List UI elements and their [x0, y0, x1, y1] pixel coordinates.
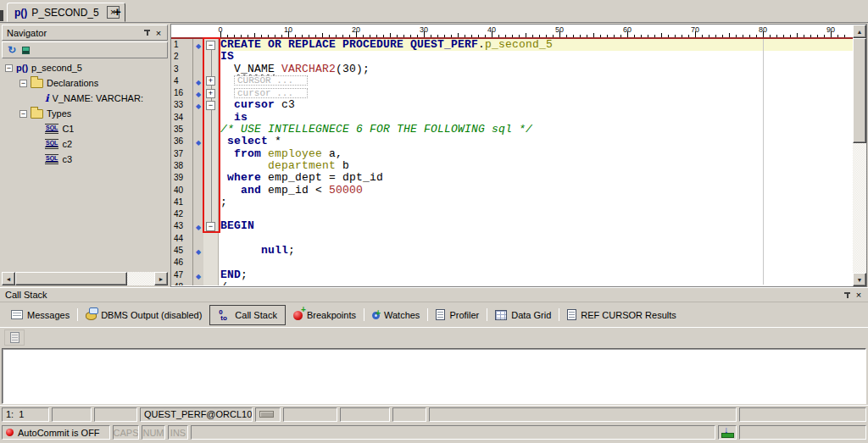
- tree-expander-icon[interactable]: −: [5, 64, 13, 72]
- fold-cell[interactable]: −: [203, 220, 219, 232]
- code-text[interactable]: [219, 257, 853, 269]
- tree-item-v-name-varchar[interactable]: iV_NAME: VARCHAR:: [2, 91, 168, 106]
- save-icon[interactable]: [721, 427, 732, 438]
- refresh-icon[interactable]: ↻: [8, 45, 16, 55]
- fold-cell[interactable]: [203, 269, 219, 281]
- gutter-marker-cell[interactable]: ◆: [193, 87, 203, 99]
- gutter-marker-cell[interactable]: ◆: [193, 269, 203, 281]
- fold-toggle-icon[interactable]: −: [206, 222, 215, 231]
- tab-call-stack[interactable]: Call Stack: [209, 305, 286, 325]
- fold-cell[interactable]: +: [203, 87, 219, 99]
- code-text[interactable]: select *: [219, 136, 853, 147]
- executable-marker-icon[interactable]: ◆: [196, 42, 201, 50]
- tree-expander-icon[interactable]: −: [19, 80, 27, 87]
- fold-cell[interactable]: [203, 233, 219, 245]
- navigator-horizontal-scrollbar[interactable]: ◄►: [2, 272, 168, 285]
- code-text[interactable]: department b: [219, 160, 853, 172]
- gutter-marker-cell[interactable]: ◆: [193, 136, 203, 147]
- gutter-marker-cell[interactable]: [193, 197, 203, 208]
- executable-marker-icon[interactable]: ◆: [196, 273, 201, 280]
- scroll-down-arrow-icon[interactable]: ▼: [853, 273, 866, 286]
- code-text[interactable]: from employee a,: [219, 148, 853, 160]
- fold-toggle-icon[interactable]: +: [206, 76, 215, 86]
- code-text[interactable]: IS: [219, 51, 853, 63]
- executable-marker-icon[interactable]: ◆: [196, 139, 201, 147]
- gutter-marker-cell[interactable]: ◆: [193, 75, 203, 87]
- executable-marker-icon[interactable]: ◆: [196, 102, 201, 110]
- code-text[interactable]: [219, 208, 853, 220]
- stop-icon[interactable]: [22, 47, 30, 54]
- gutter-marker-cell[interactable]: [193, 257, 203, 269]
- code-text[interactable]: /: [219, 281, 853, 285]
- tab-data-grid[interactable]: Data Grid: [489, 307, 557, 323]
- gutter-marker-cell[interactable]: [193, 124, 203, 136]
- fold-cell[interactable]: [203, 281, 219, 285]
- fold-cell[interactable]: −: [203, 99, 219, 111]
- code-text[interactable]: is: [219, 112, 853, 124]
- scroll-right-arrow-icon[interactable]: ►: [154, 272, 168, 285]
- document-tab-p-second-5[interactable]: p() P_SECOND_5 ×: [7, 3, 125, 22]
- gutter-marker-cell[interactable]: [193, 148, 203, 160]
- gutter-marker-cell[interactable]: ◆: [193, 245, 203, 257]
- gutter-marker-cell[interactable]: [193, 185, 203, 197]
- gutter-marker-cell[interactable]: ◆: [193, 220, 203, 232]
- fold-toggle-icon[interactable]: −: [206, 41, 215, 50]
- fold-cell[interactable]: +: [203, 75, 219, 87]
- tree-expander-icon[interactable]: −: [19, 110, 27, 118]
- pin-button[interactable]: [141, 27, 153, 38]
- code-text[interactable]: null;: [219, 245, 853, 257]
- editor-vertical-scrollbar[interactable]: ▲▼: [853, 25, 866, 286]
- code-text[interactable]: /* USE INTELLEGNECE 6 FOR THE FOLLOWING …: [219, 124, 853, 136]
- code-text[interactable]: BEGIN: [219, 220, 853, 232]
- tab-messages[interactable]: Messages: [5, 307, 75, 323]
- gutter-marker-cell[interactable]: ◆: [193, 39, 203, 51]
- executable-marker-icon[interactable]: ◆: [196, 248, 201, 256]
- collapsed-region[interactable]: cursor ...: [234, 88, 308, 98]
- code-text[interactable]: where emp_dept = dpt_id: [219, 172, 853, 184]
- code-text[interactable]: cursor ...: [219, 87, 853, 99]
- navigator-close-button[interactable]: ×: [153, 27, 164, 38]
- tree-item-c3[interactable]: SQLc3: [2, 152, 168, 167]
- new-tab-button[interactable]: +: [114, 4, 121, 19]
- gutter-marker-cell[interactable]: [193, 112, 203, 124]
- gutter-marker-cell[interactable]: [193, 281, 203, 285]
- tree-item-c2[interactable]: SQLc2: [2, 136, 168, 152]
- gutter-marker-cell[interactable]: [193, 51, 203, 63]
- tree-item-types[interactable]: −Types: [2, 106, 168, 121]
- gutter-marker-cell[interactable]: [193, 64, 203, 75]
- code-text[interactable]: V_NAME VARCHAR2(30);: [219, 64, 853, 75]
- tab-ref-cursor-results[interactable]: REF CURSOR Results: [561, 307, 682, 323]
- executable-marker-icon[interactable]: ◆: [196, 91, 201, 98]
- executable-marker-icon[interactable]: ◆: [196, 224, 201, 231]
- fold-toggle-icon[interactable]: −: [206, 101, 215, 110]
- fold-cell[interactable]: [203, 257, 219, 269]
- tab-watches[interactable]: Watches: [366, 307, 426, 323]
- call-stack-content[interactable]: [2, 348, 866, 404]
- code-text[interactable]: [219, 233, 853, 245]
- fold-cell[interactable]: [203, 245, 219, 257]
- scroll-left-arrow-icon[interactable]: ◄: [2, 272, 15, 285]
- scroll-up-arrow-icon[interactable]: ▲: [853, 25, 866, 38]
- tree-item-p-second-5[interactable]: −p()p_second_5: [2, 60, 168, 75]
- panel-pin-button[interactable]: [841, 290, 853, 301]
- fold-cell[interactable]: −: [203, 39, 219, 51]
- code-text[interactable]: cursor c3: [219, 99, 853, 111]
- tree-item-declarations[interactable]: −Declarations: [2, 75, 168, 91]
- collapsed-region[interactable]: CURSOR ...: [234, 75, 308, 86]
- gutter-marker-cell[interactable]: [193, 208, 203, 220]
- panel-close-button[interactable]: ×: [853, 290, 865, 301]
- tree-item-c1[interactable]: SQLC1: [2, 121, 168, 136]
- code-text[interactable]: and emp_id < 50000: [219, 185, 853, 197]
- gutter-marker-cell[interactable]: [193, 160, 203, 172]
- tab-dbms-output-disabled[interactable]: DBMS Output (disabled): [80, 307, 208, 323]
- gutter-marker-cell[interactable]: [193, 233, 203, 245]
- code-text[interactable]: ;: [219, 197, 853, 208]
- panel-toolbar-button[interactable]: [4, 329, 25, 346]
- executable-marker-icon[interactable]: ◆: [196, 79, 201, 86]
- code-text[interactable]: CURSOR ...: [219, 75, 853, 87]
- gutter-marker-cell[interactable]: ◆: [193, 99, 203, 111]
- scrollbar-thumb[interactable]: [15, 272, 127, 285]
- tab-profiler[interactable]: Profiler: [430, 307, 485, 323]
- code-text[interactable]: END;: [219, 269, 853, 281]
- code-text[interactable]: CREATE OR REPLACE PROCEDURE QUEST_PERF.p…: [219, 39, 853, 51]
